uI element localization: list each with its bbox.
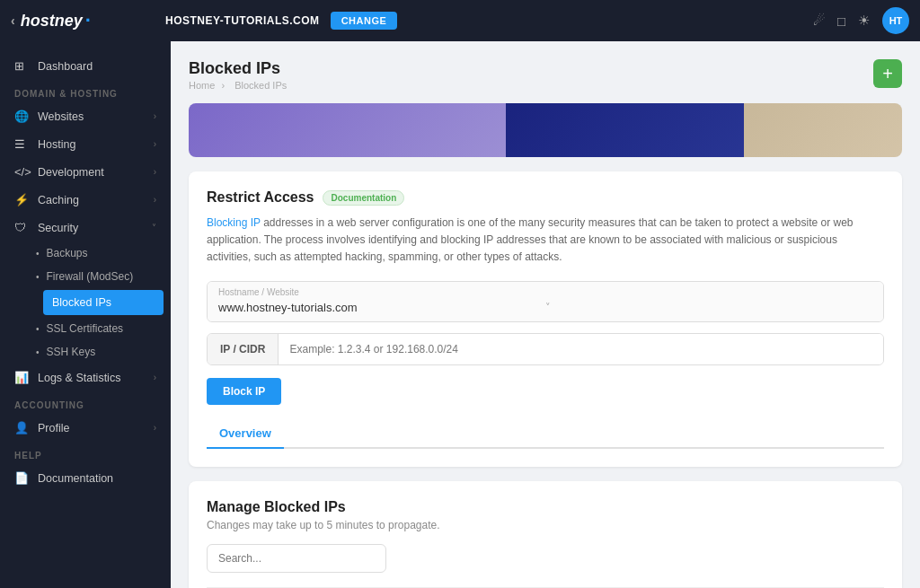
breadcrumb-separator: › (221, 80, 225, 91)
manage-subtitle: Changes may take up to 5 minutes to prop… (207, 519, 884, 531)
topnav: ‹ hostney · HOSTNEY-TUTORIALS.COM CHANGE… (0, 0, 920, 41)
development-icon: </> (14, 165, 31, 179)
sidebar-item-hosting[interactable]: ☰ Hosting › (0, 130, 171, 158)
ip-label: IP / CIDR (208, 334, 279, 364)
dropdown-arrow-icon: ˅ (545, 302, 872, 313)
blocking-ip-link[interactable]: Blocking IP (207, 216, 261, 229)
sidebar-label-firewall: Firewall (ModSec) (47, 270, 134, 283)
brand-logo: hostney (21, 12, 83, 31)
sidebar-item-logs[interactable]: 📊 Logs & Statistics › (0, 364, 171, 391)
sidebar-label-dashboard: Dashboard (38, 60, 93, 73)
hosting-icon: ☰ (14, 137, 31, 151)
layout: ⊞ Dashboard DOMAIN & HOSTING 🌐 Websites … (0, 41, 920, 588)
dashboard-icon: ⊞ (14, 59, 31, 73)
documentation-badge[interactable]: Documentation (323, 190, 404, 206)
breadcrumb: Home › Blocked IPs (189, 80, 290, 91)
sidebar-label-blocked-ips: Blocked IPs (52, 296, 111, 309)
sidebar-item-blocked-ips[interactable]: Blocked IPs (43, 290, 164, 315)
chevron-right-icon: › (154, 167, 156, 177)
decorative-banner (189, 103, 902, 157)
breadcrumb-home[interactable]: Home (189, 80, 215, 91)
sidebar-label-backups: Backups (47, 247, 88, 259)
tab-overview[interactable]: Overview (207, 419, 284, 449)
sidebar-item-ssl[interactable]: SSL Certificates (36, 317, 171, 340)
breadcrumb-current: Blocked IPs (234, 80, 287, 91)
topnav-right: ☄ □ ☀ HT (813, 7, 909, 34)
banner-segment-3 (744, 103, 902, 157)
caching-icon: ⚡ (14, 193, 31, 206)
profile-icon: 👤 (14, 421, 31, 434)
brand: ‹ hostney · (11, 9, 155, 32)
sidebar-item-caching[interactable]: ⚡ Caching › (0, 186, 171, 214)
sidebar-item-firewall[interactable]: Firewall (ModSec) (36, 265, 171, 288)
sidebar-label-ssh: SSH Keys (47, 346, 96, 358)
page-header-left: Blocked IPs Home › Blocked IPs (189, 59, 290, 91)
sidebar-label-security: Security (38, 222, 78, 234)
add-button[interactable]: + (873, 59, 902, 88)
sidebar-section-help: HELP (0, 442, 171, 464)
block-ip-button[interactable]: Block IP (207, 378, 281, 405)
message-icon[interactable]: □ (837, 13, 845, 29)
banner-segment-1 (189, 103, 506, 157)
hostname-value: www.hostney-tutorials.com (218, 301, 545, 314)
sidebar-item-development[interactable]: </> Development › (0, 158, 171, 186)
chevron-right-icon: › (154, 195, 156, 205)
sidebar-label-hosting: Hosting (38, 138, 75, 151)
sidebar-label-logs: Logs & Statistics (38, 372, 120, 384)
sidebar-label-development: Development (38, 166, 104, 179)
restrict-header: Restrict Access Documentation (207, 189, 884, 206)
page-title: Blocked IPs (189, 59, 290, 78)
change-button[interactable]: CHANGE (331, 12, 398, 30)
sidebar-section-domain: DOMAIN & HOSTING (0, 80, 171, 102)
chevron-right-icon: › (154, 111, 156, 121)
sidebar-item-websites[interactable]: 🌐 Websites › (0, 102, 171, 130)
sidebar-security-sub: Backups Firewall (ModSec) Blocked IPs SS… (0, 241, 171, 364)
sidebar-item-dashboard[interactable]: ⊞ Dashboard (0, 52, 171, 80)
ip-input-row: IP / CIDR (207, 333, 884, 365)
sidebar-item-ssh[interactable]: SSH Keys (36, 340, 171, 364)
sidebar-item-profile[interactable]: 👤 Profile › (0, 414, 171, 442)
back-icon[interactable]: ‹ (11, 13, 15, 28)
restrict-title: Restrict Access (207, 189, 314, 206)
security-icon: 🛡 (14, 221, 31, 234)
chevron-right-icon: › (154, 139, 156, 149)
restrict-description: Blocking IP addresses in a web server co… (207, 215, 884, 267)
sidebar: ⊞ Dashboard DOMAIN & HOSTING 🌐 Websites … (0, 41, 171, 588)
hostname-label: Hostname / Website (208, 282, 883, 297)
tabs: Overview (207, 419, 884, 449)
manage-title: Manage Blocked IPs (207, 499, 884, 515)
user-avatar[interactable]: HT (882, 7, 909, 34)
banner-segment-2 (506, 103, 744, 157)
search-input[interactable] (207, 544, 386, 573)
settings-icon[interactable]: ☀ (858, 13, 870, 29)
manage-blocked-ips-card: Manage Blocked IPs Changes may take up t… (189, 481, 902, 588)
sidebar-item-security[interactable]: 🛡 Security ˅ (0, 214, 171, 241)
sidebar-label-documentation: Documentation (38, 472, 113, 485)
sidebar-label-ssl: SSL Certificates (47, 322, 124, 335)
sidebar-label-caching: Caching (38, 194, 79, 206)
sidebar-section-accounting: ACCOUNTING (0, 391, 171, 414)
restrict-access-card: Restrict Access Documentation Blocking I… (189, 171, 902, 467)
sidebar-item-documentation[interactable]: 📄 Documentation (0, 464, 171, 492)
chevron-down-icon: ˅ (152, 223, 156, 233)
hostname-select-field[interactable]: Hostname / Website www.hostney-tutorials… (207, 281, 884, 322)
topnav-domain: HOSTNEY-TUTORIALS.COM (165, 14, 320, 27)
documentation-icon: 📄 (14, 471, 31, 485)
websites-icon: 🌐 (14, 110, 31, 123)
sidebar-label-profile: Profile (38, 422, 69, 434)
activity-icon[interactable]: ☄ (813, 13, 825, 29)
chevron-right-icon: › (154, 373, 156, 382)
sidebar-item-backups[interactable]: Backups (36, 241, 171, 265)
hostname-form-group: Hostname / Website www.hostney-tutorials… (207, 281, 884, 322)
main-content: Blocked IPs Home › Blocked IPs + Restric… (171, 41, 920, 588)
sidebar-label-websites: Websites (38, 110, 84, 123)
restrict-desc-text: addresses in a web server configuration … (207, 216, 854, 263)
chevron-right-icon: › (154, 423, 156, 433)
hostname-input-row: www.hostney-tutorials.com ˅ (208, 297, 883, 321)
logs-icon: 📊 (14, 371, 31, 384)
ip-cidr-input[interactable] (279, 334, 883, 364)
page-header: Blocked IPs Home › Blocked IPs + (189, 59, 902, 91)
